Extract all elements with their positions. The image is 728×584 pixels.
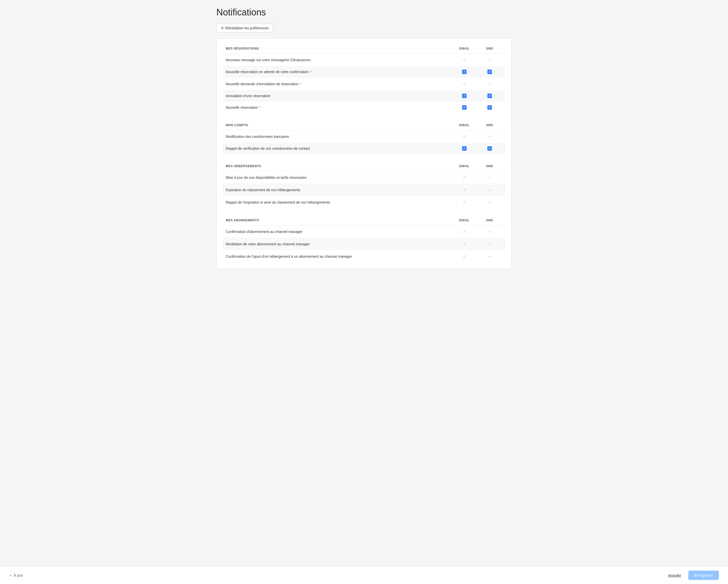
sms-cell: – (477, 81, 502, 86)
checkbox-email[interactable] (462, 70, 467, 74)
notification-row: Nouvelle réservation * (223, 102, 505, 113)
checkbox-email[interactable] (462, 105, 467, 110)
sections-container: MES RÉSERVATIONSEMAILSMSNouveau message … (223, 45, 505, 262)
email-cell: ✓ (452, 187, 477, 192)
status-check-icon: ✓ (9, 574, 12, 578)
reset-icon: ↺ (221, 26, 224, 30)
notification-row: Annulation d'une réservation (223, 90, 505, 102)
check-disabled-email: ✓ (463, 229, 466, 234)
email-cell: ✓ (452, 254, 477, 259)
sms-cell: – (477, 57, 502, 62)
sms-cell: – (477, 175, 502, 180)
check-disabled-email: ✓ (463, 134, 466, 139)
sms-cell: – (477, 254, 502, 259)
notification-row: Expiration du classement de vos hébergem… (223, 184, 505, 196)
required-indicator: * (309, 70, 311, 74)
notification-row: Nouvelle réservation en attente de votre… (223, 66, 505, 78)
notification-row: Résiliation de votre abonnement au chann… (223, 238, 505, 250)
sms-cell[interactable] (477, 94, 502, 98)
section-header-reservations: MES RÉSERVATIONSEMAILSMS (223, 45, 505, 54)
cancel-button[interactable]: Annuler (665, 571, 684, 580)
email-cell[interactable] (452, 70, 477, 74)
checkbox-sms[interactable] (487, 70, 492, 74)
page-title: Notifications (216, 7, 512, 18)
check-disabled-email: ✓ (463, 57, 466, 62)
col-sms-header-hebergements: SMS (477, 164, 502, 168)
row-label: Confirmation de l'ajout d'un hébergement… (226, 254, 452, 258)
notification-row: Confirmation de l'ajout d'un hébergement… (223, 250, 505, 262)
notification-row: Nouveau message sur votre messagerie Cle… (223, 54, 505, 66)
col-email-header-abonnements: EMAIL (452, 219, 477, 222)
sms-cell[interactable] (477, 70, 502, 74)
email-cell: ✓ (452, 81, 477, 86)
dash-sms: – (488, 134, 491, 139)
row-label: Expiration du classement de vos hébergem… (226, 188, 452, 192)
email-cell[interactable] (452, 105, 477, 110)
notification-row: Rappel de vérification de vos coordonnée… (223, 143, 505, 154)
sms-cell: – (477, 229, 502, 234)
section-header-compte: MON COMPTEEMAILSMS (223, 121, 505, 130)
email-cell: ✓ (452, 229, 477, 234)
sms-cell: – (477, 134, 502, 139)
sms-cell: – (477, 200, 502, 205)
dash-sms: – (488, 81, 491, 86)
row-label: Nouvelle réservation en attente de votre… (226, 70, 452, 74)
dash-sms: – (488, 175, 491, 180)
row-label: Rappel de l'expiration à venir du classe… (226, 200, 452, 204)
notification-row: Modification des coordonnées bancaires✓– (223, 130, 505, 143)
notification-row: Nouvelle demande d'annulation de réserva… (223, 78, 505, 90)
section-header-abonnements: MES ABONNEMENTSEMAILSMS (223, 217, 505, 225)
section-title-hebergements: MES HÉBERGEMENTS (226, 164, 452, 168)
check-disabled-email: ✓ (463, 242, 466, 246)
email-cell[interactable] (452, 94, 477, 98)
row-label: Rappel de vérification de vos coordonnée… (226, 147, 452, 151)
sms-cell[interactable] (477, 146, 502, 151)
section-header-hebergements: MES HÉBERGEMENTSEMAILSMS (223, 162, 505, 171)
row-label: Résiliation de votre abonnement au chann… (226, 242, 452, 246)
row-label: Modification des coordonnées bancaires (226, 134, 452, 138)
section-title-reservations: MES RÉSERVATIONS (226, 47, 452, 50)
checkbox-sms[interactable] (487, 105, 492, 110)
sms-cell: – (477, 187, 502, 193)
reset-preferences-button[interactable]: ↺ Réinitialiser les préférences (216, 24, 273, 32)
row-label: Nouveau message sur votre messagerie Cle… (226, 58, 452, 62)
check-disabled-email: ✓ (463, 81, 466, 86)
email-cell: ✓ (452, 175, 477, 180)
check-disabled-email: ✓ (463, 200, 466, 205)
required-indicator: * (299, 82, 301, 86)
status-text: À jour (14, 574, 23, 578)
check-disabled-email: ✓ (463, 254, 466, 259)
reset-button-label: Réinitialiser les préférences (225, 26, 269, 30)
row-label: Nouvelle demande d'annulation de réserva… (226, 82, 452, 86)
col-sms-header-reservations: SMS (477, 47, 502, 50)
page-container: Notifications ↺ Réinitialiser les préfér… (207, 0, 521, 584)
email-cell: ✓ (452, 200, 477, 205)
checkbox-sms[interactable] (487, 94, 492, 98)
row-label: Nouvelle réservation * (226, 105, 452, 109)
dash-sms: – (488, 57, 491, 62)
email-cell[interactable] (452, 146, 477, 151)
section-compte: MON COMPTEEMAILSMSModification des coord… (223, 121, 505, 154)
footer-bar: ✓ À jour Annuler Enregistrer (0, 566, 728, 584)
email-cell: ✓ (452, 57, 477, 62)
checkbox-sms[interactable] (487, 146, 492, 151)
col-sms-header-abonnements: SMS (477, 219, 502, 222)
required-indicator: * (259, 105, 261, 109)
dash-sms: – (488, 229, 491, 234)
col-email-header-hebergements: EMAIL (452, 164, 477, 168)
row-label: Annulation d'une réservation (226, 94, 452, 98)
sms-cell[interactable] (477, 105, 502, 110)
sms-cell: – (477, 241, 502, 247)
section-title-abonnements: MES ABONNEMENTS (226, 219, 452, 222)
check-disabled-email: ✓ (463, 187, 466, 192)
footer-status: ✓ À jour (9, 574, 23, 578)
dash-sms: – (488, 187, 491, 193)
check-disabled-email: ✓ (463, 175, 466, 180)
save-button[interactable]: Enregistrer (688, 570, 719, 580)
checkbox-email[interactable] (462, 94, 467, 98)
checkbox-email[interactable] (462, 146, 467, 151)
col-email-header-compte: EMAIL (452, 123, 477, 127)
section-reservations: MES RÉSERVATIONSEMAILSMSNouveau message … (223, 45, 505, 113)
col-email-header-reservations: EMAIL (452, 47, 477, 50)
col-sms-header-compte: SMS (477, 123, 502, 127)
